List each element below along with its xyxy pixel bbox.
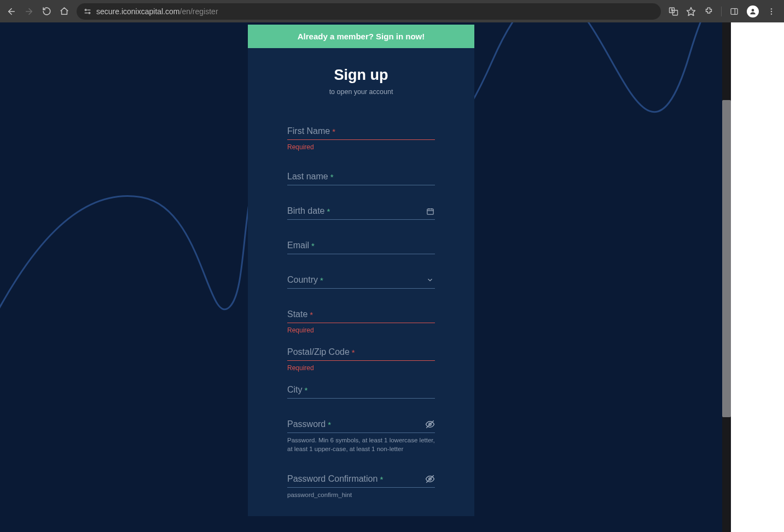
required-asterisk-icon: * [332, 127, 335, 136]
postal-row[interactable]: Postal/Zip Code * [287, 347, 435, 361]
state-label: State [287, 309, 307, 319]
state-error: Required [287, 326, 435, 334]
extensions-icon[interactable] [704, 7, 713, 16]
svg-point-11 [752, 9, 754, 11]
password-confirm-input[interactable] [385, 475, 425, 484]
svg-point-13 [771, 10, 772, 11]
state-field: State * Required [287, 309, 435, 334]
birth-date-label: Birth date [287, 206, 324, 216]
back-icon[interactable] [7, 7, 16, 16]
password-confirm-field: Password Confirmation * password_confirm… [287, 474, 435, 500]
eye-off-icon[interactable] [425, 419, 435, 429]
browser-toolbar: secure.iconixcapital.com/en/register [0, 0, 784, 22]
postal-input[interactable] [357, 348, 435, 357]
password-row[interactable]: Password * [287, 419, 435, 433]
required-asterisk-icon: * [380, 475, 383, 484]
birth-date-input[interactable] [332, 207, 425, 216]
page-subtitle: to open your account [259, 88, 463, 96]
sidepanel-icon[interactable] [729, 7, 739, 16]
svg-point-4 [89, 12, 90, 14]
required-asterisk-icon: * [320, 276, 323, 285]
city-label: City [287, 385, 303, 395]
password-label: Password [287, 419, 326, 429]
country-row[interactable]: Country * [287, 275, 435, 289]
forward-icon[interactable] [24, 7, 34, 16]
password-field: Password * Password. Min 6 symbols, at l… [287, 419, 435, 453]
bookmark-star-icon[interactable] [686, 7, 696, 16]
password-help: Password. Min 6 symbols, at least 1 lowe… [287, 436, 435, 453]
postal-error: Required [287, 364, 435, 372]
email-label: Email [287, 241, 309, 250]
last-name-row[interactable]: Last name * [287, 172, 435, 185]
postal-field: Postal/Zip Code * Required [287, 347, 435, 372]
password-input[interactable] [333, 420, 425, 429]
signup-card: Already a member? Sign in now! Sign up t… [248, 25, 474, 516]
signin-banner[interactable]: Already a member? Sign in now! [248, 25, 474, 48]
postal-label: Postal/Zip Code [287, 347, 350, 357]
password-confirm-row[interactable]: Password Confirmation * [287, 474, 435, 488]
toolbar-right-group [669, 5, 776, 17]
translate-icon[interactable] [669, 7, 678, 16]
city-row[interactable]: City * [287, 385, 435, 399]
home-icon[interactable] [59, 7, 69, 16]
password-confirm-help: password_confirm_hint [287, 491, 435, 500]
svg-point-12 [771, 8, 772, 9]
toolbar-separator [721, 7, 722, 16]
city-input[interactable] [310, 385, 435, 395]
page-title: Sign up [259, 67, 463, 84]
last-name-input[interactable] [336, 172, 435, 182]
calendar-icon[interactable] [425, 206, 435, 216]
first-name-label: First Name [287, 126, 330, 136]
svg-rect-9 [731, 8, 737, 14]
url-text: secure.iconixcapital.com/en/register [96, 7, 218, 16]
first-name-row[interactable]: First Name * [287, 126, 435, 140]
nav-button-group [7, 7, 69, 16]
required-asterisk-icon: * [352, 348, 355, 357]
last-name-field: Last name * [287, 172, 435, 185]
right-gutter [731, 22, 784, 532]
required-asterisk-icon: * [310, 310, 313, 319]
birth-date-field: Birth date * [287, 206, 435, 220]
site-settings-icon[interactable] [83, 7, 92, 16]
required-asterisk-icon: * [305, 385, 308, 395]
signup-form: First Name * Required Last name * Birth … [248, 101, 474, 516]
url-bar[interactable]: secure.iconixcapital.com/en/register [77, 3, 661, 20]
scrollbar-thumb[interactable] [722, 100, 731, 417]
first-name-input[interactable] [338, 127, 435, 136]
reload-icon[interactable] [42, 7, 51, 16]
last-name-label: Last name [287, 172, 328, 182]
kebab-menu-icon[interactable] [766, 7, 776, 16]
country-field: Country * [287, 275, 435, 289]
profile-avatar-icon[interactable] [747, 5, 759, 17]
email-input[interactable] [317, 241, 435, 250]
page-viewport: Already a member? Sign in now! Sign up t… [0, 22, 722, 532]
eye-off-icon[interactable] [425, 474, 435, 484]
first-name-error: Required [287, 143, 435, 151]
password-confirm-label: Password Confirmation [287, 474, 378, 484]
birth-date-row[interactable]: Birth date * [287, 206, 435, 220]
country-label: Country [287, 275, 318, 285]
required-asterisk-icon: * [328, 420, 331, 429]
svg-point-14 [771, 13, 772, 14]
chevron-down-icon[interactable] [425, 275, 435, 285]
required-asterisk-icon: * [311, 241, 315, 250]
scrollbar-track[interactable] [722, 22, 731, 532]
svg-point-2 [85, 9, 86, 11]
svg-rect-15 [427, 209, 433, 214]
city-field: City * [287, 385, 435, 399]
email-field: Email * [287, 241, 435, 254]
state-row[interactable]: State * [287, 309, 435, 323]
card-header: Sign up to open your account [248, 48, 474, 101]
state-input[interactable] [315, 310, 435, 319]
required-asterisk-icon: * [327, 207, 330, 216]
country-select[interactable] [326, 276, 425, 285]
first-name-field: First Name * Required [287, 126, 435, 151]
required-asterisk-icon: * [330, 172, 334, 182]
svg-marker-8 [687, 7, 695, 15]
email-row[interactable]: Email * [287, 241, 435, 254]
